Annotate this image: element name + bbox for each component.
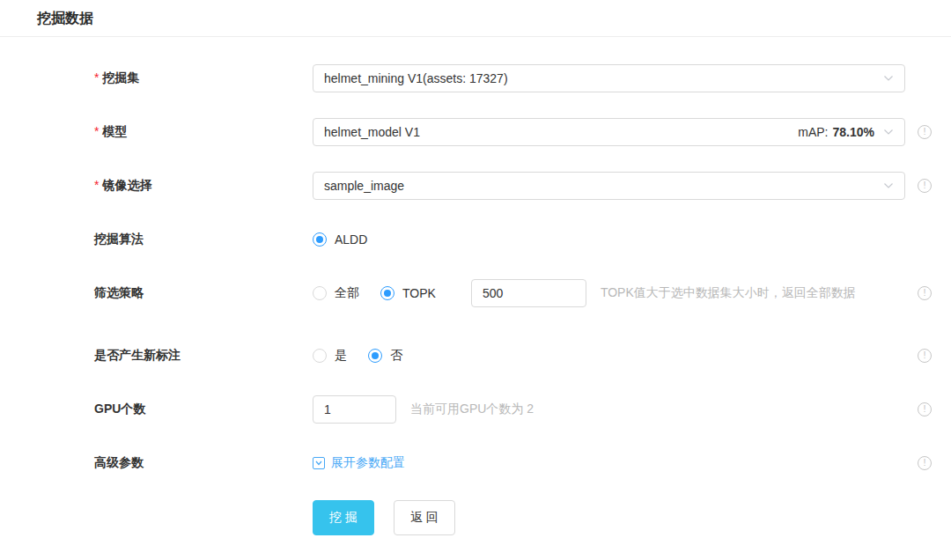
mining-form: *挖掘集 helmet_mining V1(assets: 17327) *模型… [0,64,951,535]
form-row-model: *模型 helmet_model V1 mAP: 78.10% ! [0,118,951,146]
info-icon[interactable]: ! [918,286,932,300]
strategy-control: 全部 TOPK TOPK值大于选中数据集大小时，返回全部数据 [313,279,905,307]
mining-set-control: helmet_mining V1(assets: 17327) [313,64,905,92]
mining-set-select[interactable]: helmet_mining V1(assets: 17327) [313,64,905,92]
expand-params-link[interactable]: 展开参数配置 [313,455,405,471]
form-row-buttons: 挖 掘 返 回 [0,500,951,535]
mining-data-page: 挖掘数据 *挖掘集 helmet_mining V1(assets: 17327… [0,0,951,535]
strategy-label: 筛选策略 [94,285,313,301]
radio-aldd-label: ALDD [335,232,367,247]
radio-checked-icon [313,232,327,247]
radio-checked-icon [380,286,394,300]
new-annotation-radio-group: 是 否 [313,348,424,364]
info-icon[interactable]: ! [918,125,932,139]
radio-topk-label: TOPK [402,286,436,300]
info-icon[interactable]: ! [918,349,932,363]
map-label: mAP: [798,125,828,139]
radio-yes[interactable]: 是 [313,348,347,364]
model-label: *模型 [94,124,313,140]
radio-all-label: 全部 [335,285,359,301]
docker-image-value: sample_image [324,179,404,193]
mine-button[interactable]: 挖 掘 [313,500,374,535]
radio-no-label: 否 [390,348,402,364]
info-icon[interactable]: ! [918,179,932,193]
info-icon[interactable]: ! [918,402,932,416]
required-asterisk: * [94,70,99,85]
mining-set-value: helmet_mining V1(assets: 17327) [324,71,508,85]
model-select[interactable]: helmet_model V1 mAP: 78.10% [313,118,905,146]
topk-input[interactable] [471,279,586,307]
radio-topk[interactable]: TOPK [380,286,436,300]
gpu-count-label: GPU个数 [94,402,313,417]
radio-unchecked-icon [313,349,327,363]
model-value: helmet_model V1 [324,125,420,139]
mining-set-label-text: 挖掘集 [102,70,139,85]
chevron-down-icon [883,75,894,82]
buttons-control: 挖 掘 返 回 [313,500,905,535]
required-asterisk: * [94,124,99,138]
map-value: 78.10% [833,125,874,139]
caret-down-square-icon [313,457,325,469]
form-row-advanced: 高级参数 展开参数配置 ! [0,449,951,477]
algorithm-radio-group: ALDD [313,232,388,247]
gpu-count-control: 当前可用GPU个数为 2 [313,395,905,424]
algorithm-label: 挖掘算法 [94,232,313,247]
page-header: 挖掘数据 [0,0,951,37]
radio-yes-label: 是 [335,348,347,364]
radio-aldd[interactable]: ALDD [313,232,367,247]
back-button[interactable]: 返 回 [394,500,455,535]
docker-image-control: sample_image [313,172,905,200]
required-asterisk: * [94,178,99,192]
model-map-info: mAP: 78.10% [798,125,894,139]
form-row-mining-set: *挖掘集 helmet_mining V1(assets: 17327) [0,64,951,92]
algorithm-control: ALDD [313,232,905,247]
info-icon[interactable]: ! [918,456,932,470]
radio-all[interactable]: 全部 [313,285,359,301]
form-row-docker-image: *镜像选择 sample_image ! [0,172,951,200]
docker-image-label-text: 镜像选择 [102,178,151,192]
expand-params-link-text: 展开参数配置 [331,455,405,471]
docker-image-label: *镜像选择 [94,178,313,194]
form-row-algorithm: 挖掘算法 ALDD [0,225,951,254]
topk-hint: TOPK值大于选中数据集大小时，返回全部数据 [601,285,856,301]
gpu-hint: 当前可用GPU个数为 2 [410,402,534,417]
radio-no[interactable]: 否 [368,348,402,364]
gpu-count-input[interactable] [313,395,396,424]
model-label-text: 模型 [102,124,127,138]
mining-set-label: *挖掘集 [94,70,313,86]
advanced-control: 展开参数配置 [313,455,905,471]
docker-image-select[interactable]: sample_image [313,172,905,200]
radio-checked-icon [368,349,382,363]
new-annotation-control: 是 否 [313,348,905,364]
form-row-new-annotation: 是否产生新标注 是 否 ! [0,342,951,370]
form-row-gpu-count: GPU个数 当前可用GPU个数为 2 ! [0,395,951,424]
radio-unchecked-icon [313,286,327,300]
page-title: 挖掘数据 [37,10,951,28]
strategy-radio-group: 全部 TOPK [313,285,457,301]
model-control: helmet_model V1 mAP: 78.10% [313,118,905,146]
chevron-down-icon [883,129,894,136]
form-row-strategy: 筛选策略 全部 TOPK TOPK值大于选中数据集大小时，返回全部数据 ! [0,279,951,307]
new-annotation-label: 是否产生新标注 [94,348,313,364]
chevron-down-icon [883,182,894,189]
advanced-label: 高级参数 [94,455,313,471]
